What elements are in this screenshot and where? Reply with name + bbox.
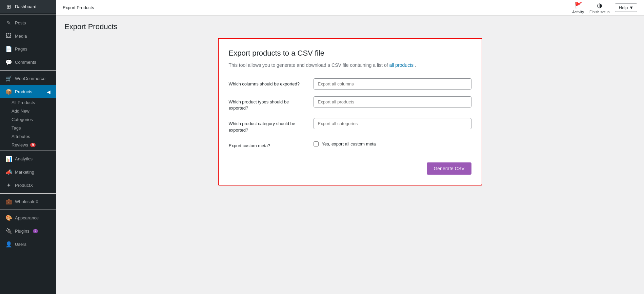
sidebar-item-label: WooCommerce: [15, 76, 45, 81]
sidebar-item-wholesalex[interactable]: 💼 WholesaleX: [0, 195, 56, 208]
activity-label: Activity: [572, 10, 584, 14]
custom-meta-row: Export custom meta? Yes, export all cust…: [229, 140, 471, 149]
sidebar-item-comments[interactable]: 💬 Comments: [0, 56, 56, 69]
posts-icon: ✎: [5, 20, 12, 26]
plugins-badge: 2: [33, 229, 38, 233]
category-label: Which product category should be exporte…: [229, 118, 307, 133]
help-label: Help: [619, 5, 628, 10]
custom-meta-checkbox-label[interactable]: Yes, export all custom meta: [322, 141, 376, 146]
page-title: Export Products: [64, 22, 636, 31]
sidebar-item-label: Analytics: [15, 156, 33, 161]
sidebar-item-woocommerce[interactable]: 🛒 WooCommerce: [0, 72, 56, 85]
activity-button[interactable]: 🚩 Activity: [572, 2, 584, 14]
sidebar-item-dashboard[interactable]: ⊞ Dashboard: [0, 0, 56, 13]
users-icon: 👤: [5, 241, 12, 248]
breadcrumb: Export Products: [63, 5, 94, 10]
wholesalex-icon: 💼: [5, 198, 12, 205]
help-chevron-icon: ▼: [629, 5, 633, 10]
sidebar-item-label: Products: [15, 89, 32, 94]
finish-setup-label: Finish setup: [589, 10, 609, 14]
product-types-label: Which product types should be exported?: [229, 96, 307, 111]
help-button[interactable]: Help ▼: [615, 3, 637, 12]
custom-meta-label: Export custom meta?: [229, 140, 307, 149]
desc-text: This tool allows you to generate and dow…: [229, 62, 388, 68]
marketing-icon: 📣: [5, 169, 12, 175]
sidebar-item-label: WholesaleX: [15, 199, 38, 204]
sidebar-item-label: Marketing: [15, 170, 34, 175]
comments-icon: 💬: [5, 59, 12, 65]
woocommerce-icon: 🛒: [5, 75, 12, 82]
custom-meta-checkbox[interactable]: [314, 141, 319, 146]
sidebar-item-pages[interactable]: 📄 Pages: [0, 42, 56, 56]
plugins-icon: 🔌: [5, 228, 12, 234]
sidebar-item-label: Pages: [15, 46, 27, 52]
export-card-title: Export products to a CSV file: [229, 49, 471, 58]
topbar: Export Products 🚩 Activity ◑ Finish setu…: [56, 0, 644, 16]
reviews-badge: 9: [30, 143, 36, 147]
sidebar-item-users[interactable]: 👤 Users: [0, 238, 56, 251]
sidebar-item-label: Users: [15, 242, 26, 247]
sidebar: ⊞ Dashboard ✎ Posts 🖼 Media 📄 Pages 💬 Co…: [0, 0, 56, 294]
productx-icon: ✦: [5, 182, 12, 189]
category-row: Which product category should be exporte…: [229, 118, 471, 133]
generate-csv-button[interactable]: Generate CSV: [427, 162, 471, 175]
product-types-row: Which product types should be exported?: [229, 96, 471, 111]
desc-end: .: [415, 62, 416, 68]
sidebar-item-analytics[interactable]: 📊 Analytics: [0, 152, 56, 165]
sidebar-item-productx[interactable]: ✦ ProductX: [0, 179, 56, 192]
sidebar-item-marketing[interactable]: 📣 Marketing: [0, 165, 56, 179]
sidebar-item-posts[interactable]: ✎ Posts: [0, 16, 56, 30]
sidebar-subitem-attributes[interactable]: Attributes: [0, 132, 56, 141]
sidebar-subitem-reviews[interactable]: Reviews 9: [0, 141, 56, 149]
sidebar-item-label: Posts: [15, 20, 26, 25]
finish-setup-icon: ◑: [597, 2, 602, 9]
activity-icon: 🚩: [575, 2, 582, 9]
sidebar-item-media[interactable]: 🖼 Media: [0, 30, 56, 42]
sidebar-item-label: Comments: [15, 60, 36, 65]
sidebar-subitem-categories[interactable]: Categories: [0, 115, 56, 124]
columns-input[interactable]: [314, 78, 471, 90]
product-types-input[interactable]: [314, 96, 471, 107]
sidebar-item-plugins[interactable]: 🔌 Plugins 2: [0, 224, 56, 238]
export-card-description: This tool allows you to generate and dow…: [229, 62, 471, 69]
columns-label: Which columns should be exported?: [229, 78, 307, 87]
products-icon: 📦: [5, 89, 12, 95]
export-card: Export products to a CSV file This tool …: [218, 38, 482, 185]
sidebar-subitem-all-products[interactable]: All Products: [0, 98, 56, 107]
sidebar-item-products[interactable]: 📦 Products ◀: [0, 85, 56, 98]
topbar-actions: 🚩 Activity ◑ Finish setup Help ▼: [572, 2, 637, 14]
generate-btn-wrapper: Generate CSV: [229, 156, 471, 175]
sidebar-item-label: Appearance: [15, 215, 39, 220]
sidebar-subitem-add-new[interactable]: Add New: [0, 107, 56, 115]
finish-setup-button[interactable]: ◑ Finish setup: [589, 2, 609, 14]
sidebar-subitem-tags[interactable]: Tags: [0, 124, 56, 132]
sidebar-item-appearance[interactable]: 🎨 Appearance: [0, 211, 56, 224]
desc-highlight: all products: [389, 62, 414, 68]
category-input[interactable]: [314, 118, 471, 129]
appearance-icon: 🎨: [5, 215, 12, 221]
columns-row: Which columns should be exported?: [229, 78, 471, 90]
sidebar-item-label: ProductX: [15, 183, 33, 188]
main-area: Export Products 🚩 Activity ◑ Finish setu…: [56, 0, 644, 294]
media-icon: 🖼: [5, 33, 12, 39]
sidebar-item-label: Plugins: [15, 229, 29, 234]
analytics-icon: 📊: [5, 156, 12, 162]
sidebar-item-label: Dashboard: [15, 4, 37, 9]
content-area: Export Products Export products to a CSV…: [56, 16, 644, 294]
custom-meta-checkbox-row: Yes, export all custom meta: [314, 140, 376, 146]
sidebar-item-label: Media: [15, 34, 27, 39]
dashboard-icon: ⊞: [5, 3, 12, 10]
pages-icon: 📄: [5, 46, 12, 52]
